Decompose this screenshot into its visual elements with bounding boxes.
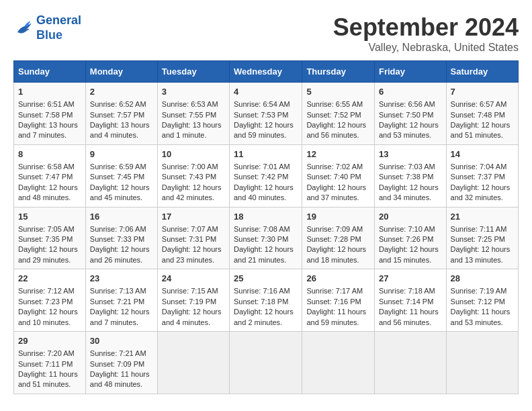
sunset-label: Sunset: 7:28 PM — [306, 235, 361, 243]
daylight-label: Daylight: 12 hours and 34 minutes. — [379, 183, 439, 201]
sunrise-label: Sunrise: 7:07 AM — [162, 225, 218, 233]
sunrise-label: Sunrise: 7:06 AM — [90, 225, 146, 233]
day-number: 15 — [18, 211, 81, 223]
day-number: 29 — [18, 335, 81, 347]
calendar-cell: 25Sunrise: 7:16 AMSunset: 7:18 PMDayligh… — [229, 269, 302, 332]
calendar-cell: 1Sunrise: 6:51 AMSunset: 7:58 PMDaylight… — [14, 83, 86, 145]
daylight-label: Daylight: 12 hours and 40 minutes. — [234, 183, 294, 201]
day-number: 25 — [234, 273, 298, 285]
day-number: 4 — [234, 86, 298, 98]
sunrise-label: Sunrise: 7:18 AM — [379, 287, 435, 295]
day-number: 9 — [90, 148, 153, 161]
sunrise-label: Sunrise: 7:01 AM — [234, 163, 290, 171]
day-number: 14 — [451, 148, 514, 161]
daylight-label: Daylight: 11 hours and 53 minutes. — [451, 308, 511, 326]
daylight-label: Daylight: 12 hours and 32 minutes. — [451, 183, 511, 201]
calendar-cell: 3Sunrise: 6:53 AMSunset: 7:55 PMDaylight… — [157, 83, 229, 145]
title-area: September 2024 Valley, Nebraska, United … — [333, 13, 519, 54]
sunrise-label: Sunrise: 6:55 AM — [306, 100, 363, 108]
calendar-cell: 27Sunrise: 7:18 AMSunset: 7:14 PMDayligh… — [374, 269, 446, 332]
day-number: 6 — [379, 86, 442, 98]
daylight-label: Daylight: 12 hours and 37 minutes. — [306, 183, 366, 201]
day-number: 5 — [306, 86, 370, 98]
header-day-monday: Monday — [85, 61, 157, 83]
calendar-cell: 13Sunrise: 7:03 AMSunset: 7:38 PMDayligh… — [374, 144, 446, 207]
calendar-cell: 8Sunrise: 6:58 AMSunset: 7:47 PMDaylight… — [14, 144, 86, 207]
daylight-label: Daylight: 12 hours and 18 minutes. — [306, 245, 366, 263]
calendar-cell: 10Sunrise: 7:00 AMSunset: 7:43 PMDayligh… — [157, 144, 229, 207]
day-number: 10 — [162, 148, 225, 161]
calendar-cell: 23Sunrise: 7:13 AMSunset: 7:21 PMDayligh… — [85, 269, 157, 332]
sunrise-label: Sunrise: 7:21 AM — [90, 349, 146, 357]
sunset-label: Sunset: 7:26 PM — [379, 235, 433, 243]
sunrise-label: Sunrise: 7:11 AM — [451, 225, 507, 233]
calendar-cell: 7Sunrise: 6:57 AMSunset: 7:48 PMDaylight… — [446, 83, 518, 145]
daylight-label: Daylight: 12 hours and 21 minutes. — [234, 245, 294, 263]
sunset-label: Sunset: 7:16 PM — [306, 298, 361, 306]
daylight-label: Daylight: 12 hours and 23 minutes. — [162, 245, 222, 263]
logo-text: General Blue — [36, 13, 81, 42]
calendar-cell: 5Sunrise: 6:55 AMSunset: 7:52 PMDaylight… — [302, 83, 375, 145]
calendar-cell: 29Sunrise: 7:20 AMSunset: 7:11 PMDayligh… — [14, 332, 86, 394]
sunrise-label: Sunrise: 7:10 AM — [379, 225, 435, 233]
calendar-table: SundayMondayTuesdayWednesdayThursdayFrid… — [13, 60, 519, 394]
day-number: 3 — [162, 86, 225, 98]
header-day-friday: Friday — [374, 61, 446, 83]
daylight-label: Daylight: 13 hours and 1 minute. — [162, 121, 222, 139]
day-number: 18 — [234, 211, 298, 223]
calendar-cell: 11Sunrise: 7:01 AMSunset: 7:42 PMDayligh… — [229, 144, 302, 207]
header-day-wednesday: Wednesday — [229, 61, 302, 83]
sunrise-label: Sunrise: 6:52 AM — [90, 100, 146, 108]
calendar-cell — [229, 332, 302, 394]
daylight-label: Daylight: 12 hours and 4 minutes. — [162, 308, 222, 326]
day-number: 1 — [18, 86, 81, 98]
calendar-cell: 30Sunrise: 7:21 AMSunset: 7:09 PMDayligh… — [85, 332, 157, 394]
daylight-label: Daylight: 12 hours and 45 minutes. — [90, 183, 150, 201]
calendar-cell: 6Sunrise: 6:56 AMSunset: 7:50 PMDaylight… — [374, 83, 446, 145]
sunrise-label: Sunrise: 7:03 AM — [379, 163, 435, 171]
sunset-label: Sunset: 7:31 PM — [162, 235, 216, 243]
sunset-label: Sunset: 7:43 PM — [162, 173, 216, 181]
day-number: 22 — [18, 273, 81, 285]
day-number: 2 — [90, 86, 153, 98]
sunset-label: Sunset: 7:58 PM — [18, 111, 73, 119]
calendar-cell — [374, 332, 446, 394]
sunrise-label: Sunrise: 6:59 AM — [90, 163, 146, 171]
day-number: 24 — [162, 273, 225, 285]
daylight-label: Daylight: 11 hours and 56 minutes. — [379, 308, 439, 326]
sunrise-label: Sunrise: 7:15 AM — [162, 287, 218, 295]
sunset-label: Sunset: 7:57 PM — [90, 111, 144, 119]
sunset-label: Sunset: 7:11 PM — [18, 360, 73, 368]
sunset-label: Sunset: 7:52 PM — [306, 111, 361, 119]
sunset-label: Sunset: 7:42 PM — [234, 173, 288, 181]
header-day-tuesday: Tuesday — [157, 61, 229, 83]
sunrise-label: Sunrise: 7:17 AM — [306, 287, 363, 295]
sunset-label: Sunset: 7:53 PM — [234, 111, 288, 119]
sunset-label: Sunset: 7:21 PM — [90, 298, 144, 306]
daylight-label: Daylight: 12 hours and 10 minutes. — [18, 308, 78, 326]
day-number: 27 — [379, 273, 442, 285]
day-number: 13 — [379, 148, 442, 161]
sunset-label: Sunset: 7:19 PM — [162, 298, 216, 306]
calendar-cell — [157, 332, 229, 394]
week-row-2: 8Sunrise: 6:58 AMSunset: 7:47 PMDaylight… — [14, 144, 519, 207]
calendar-title: September 2024 — [333, 13, 519, 42]
logo-icon — [13, 18, 34, 38]
sunset-label: Sunset: 7:37 PM — [451, 173, 505, 181]
calendar-cell: 14Sunrise: 7:04 AMSunset: 7:37 PMDayligh… — [446, 144, 518, 207]
sunrise-label: Sunrise: 7:08 AM — [234, 225, 290, 233]
daylight-label: Daylight: 11 hours and 51 minutes. — [18, 370, 78, 388]
sunset-label: Sunset: 7:18 PM — [234, 298, 288, 306]
week-row-4: 22Sunrise: 7:12 AMSunset: 7:23 PMDayligh… — [14, 269, 519, 332]
sunrise-label: Sunrise: 6:58 AM — [18, 163, 75, 171]
sunrise-label: Sunrise: 6:56 AM — [379, 100, 435, 108]
day-number: 20 — [379, 211, 442, 223]
day-number: 23 — [90, 273, 153, 285]
sunrise-label: Sunrise: 7:20 AM — [18, 349, 75, 357]
daylight-label: Daylight: 12 hours and 15 minutes. — [379, 245, 439, 263]
calendar-cell: 17Sunrise: 7:07 AMSunset: 7:31 PMDayligh… — [157, 207, 229, 269]
calendar-cell: 24Sunrise: 7:15 AMSunset: 7:19 PMDayligh… — [157, 269, 229, 332]
calendar-cell: 20Sunrise: 7:10 AMSunset: 7:26 PMDayligh… — [374, 207, 446, 269]
calendar-cell: 2Sunrise: 6:52 AMSunset: 7:57 PMDaylight… — [85, 83, 157, 145]
sunrise-label: Sunrise: 6:57 AM — [451, 100, 507, 108]
